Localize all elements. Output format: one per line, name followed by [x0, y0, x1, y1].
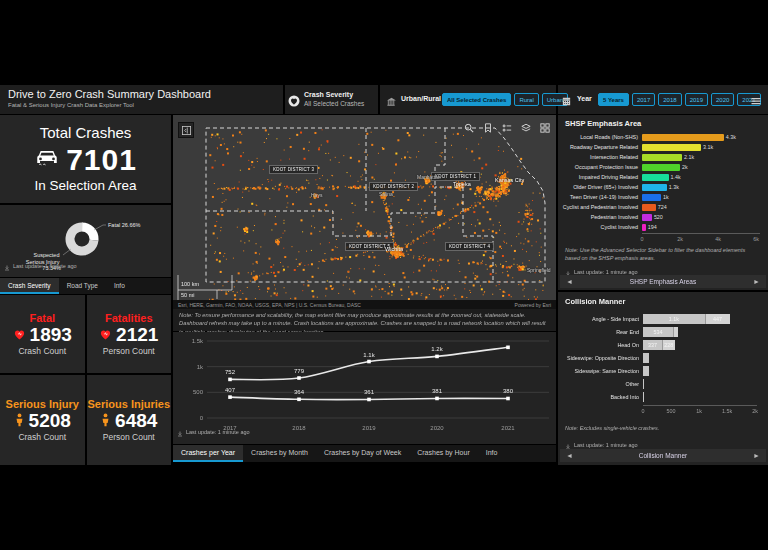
last-update-text: Last update: 1 minute ago [574, 442, 638, 448]
collision-bar-segment[interactable]: 534 [643, 327, 673, 337]
carousel-next-icon[interactable]: ► [753, 452, 760, 459]
shsp-bar-impaired-driving-related[interactable] [642, 174, 669, 181]
map-container: 100 km 50 mi KDOT DISTRICT 3KDOT DISTRIC… [173, 115, 556, 300]
collision-category-label: Sideswipe: Opposite Direction [561, 355, 643, 361]
tab-info[interactable]: Info [478, 445, 506, 462]
collision-bar-segment[interactable]: 337 [643, 340, 662, 350]
collision-category-label: Sideswipe: Same Direction [561, 368, 643, 374]
district-label-kdot-district-2: KDOT DISTRICT 2 [369, 182, 418, 191]
shsp-bar-local-roads-non-shs[interactable] [642, 134, 724, 141]
shsp-chart: Local Roads (Non-SHS)4.3kRoadway Departu… [561, 132, 765, 232]
collision-axis-tick: 1k [696, 408, 702, 414]
kpi-caption: Person Count [103, 346, 155, 356]
crashes-per-year-panel: 05001k1.5k201720182019202020217527791.1k… [173, 332, 556, 444]
header-bar: Drive to Zero Crash Summary Dashboard Fa… [0, 85, 768, 114]
carousel-prev-icon[interactable]: ◄ [566, 452, 573, 459]
crash-severity-donut-panel: Fatal 26.66% Suspected Serious Injury 73… [0, 205, 171, 277]
collapse-panel-button[interactable] [178, 122, 194, 138]
shsp-panel: SHSP Emphasis Area Local Roads (Non-SHS)… [558, 115, 768, 290]
shsp-bar-teen-driver-14-19-involved[interactable] [642, 194, 661, 201]
carousel-title: SHSP Emphasis Areas [630, 278, 696, 285]
shsp-bar-cyclist-and-pedestrian-involved[interactable] [642, 204, 656, 211]
svg-text:380: 380 [503, 388, 514, 394]
shsp-value-label: 2.1k [684, 154, 694, 160]
carousel-next-icon[interactable]: ► [753, 278, 760, 285]
svg-text:0: 0 [200, 415, 204, 421]
last-update-text: Last update: 1 minute ago [13, 263, 77, 269]
collision-bar-segment[interactable]: 1.1k [643, 314, 705, 324]
svg-text:2021: 2021 [501, 425, 515, 431]
kpi-title: Serious Injury [6, 398, 79, 410]
tab-crashes-per-year[interactable]: Crashes per Year [173, 445, 243, 462]
carousel-prev-icon[interactable]: ◄ [566, 278, 573, 285]
kpi-fatalities: Fatalities2121Person Count [87, 295, 172, 373]
page-subtitle: Fatal & Serious Injury Crash Data Explor… [8, 102, 134, 108]
crash-severity-value: All Selected Crashes [304, 100, 364, 107]
collision-bar-segment[interactable] [673, 327, 678, 337]
shsp-category-label: Pedestrian Involved [561, 214, 642, 220]
collision-bar-segment[interactable] [643, 392, 644, 402]
person-icon [14, 410, 25, 432]
collision-chart: Angle - Side Impact1.1k447Rear End534Hea… [561, 312, 765, 403]
year-option-5-years[interactable]: 5 Years [598, 93, 629, 106]
crashes-per-year-chart[interactable]: 05001k1.5k201720182019202020217527791.1k… [173, 332, 556, 432]
attribution-text: Esri, HERE, Garmin, FAO, NOAA, USGS, EPA… [178, 302, 361, 308]
tab-info[interactable]: Info [106, 278, 133, 294]
city-label-topeka: Topeka [453, 181, 471, 187]
urban-rural-option-rural[interactable]: Rural [514, 93, 538, 106]
kpi-value: 2121 [99, 324, 158, 346]
shsp-bar-pedestrian-involved[interactable] [642, 214, 652, 221]
layers-icon[interactable] [520, 122, 532, 134]
shsp-bar-older-driver-65-involved[interactable] [642, 184, 667, 191]
svg-text:2018: 2018 [292, 425, 306, 431]
kpi-grid: Fatal1893Crash CountFatalities2121Person… [0, 295, 171, 465]
search-icon[interactable] [463, 122, 475, 134]
kpi-title: Fatal [29, 312, 55, 324]
map-toolbar [463, 122, 551, 134]
collision-bar-segment[interactable] [643, 353, 649, 363]
shsp-bar-roadway-departure-related[interactable] [642, 144, 701, 151]
collision-carousel: ◄ Collision Manner ► [560, 449, 766, 462]
city-label-wichita: Wichita [385, 246, 403, 252]
legend-icon[interactable] [501, 122, 513, 134]
collision-category-label: Angle - Side Impact [561, 316, 643, 322]
last-update-text: Last update: 1 minute ago [186, 429, 250, 435]
bookmark-icon[interactable] [482, 122, 494, 134]
shsp-axis-tick: 2k [677, 236, 683, 242]
shsp-category-label: Cyclist Involved [561, 224, 642, 230]
urban-rural-option-all-selected-crashes[interactable]: All Selected Crashes [442, 93, 511, 106]
tab-crashes-by-hour[interactable]: Crashes by Hour [409, 445, 478, 462]
donut-fatal-label: Fatal 26.66% [108, 222, 141, 228]
collision-x-axis: 05001k1.5k2k [643, 405, 757, 416]
tab-crashes-by-day-of-week[interactable]: Crashes by Day of Week [316, 445, 409, 462]
shsp-value-label: 194 [648, 224, 657, 230]
tab-road-type[interactable]: Road Type [59, 278, 106, 294]
shsp-bar-intersection-related[interactable] [642, 154, 682, 161]
basemap-icon[interactable] [539, 122, 551, 134]
collision-bar-segment[interactable]: 447 [705, 314, 730, 324]
year-option-2018[interactable]: 2018 [658, 93, 681, 106]
svg-text:361: 361 [364, 389, 375, 395]
collision-bar-segment[interactable] [643, 379, 644, 389]
svg-text:1.1k: 1.1k [363, 352, 375, 358]
tab-crashes-by-month[interactable]: Crashes by Month [243, 445, 316, 462]
shsp-axis-tick: 4k [715, 236, 721, 242]
year-buttons: 5 Years20172018201920202021 [598, 93, 761, 106]
city-label-salina: Salina [379, 191, 393, 197]
shsp-x-axis: 02k4k6k [642, 233, 760, 244]
year-option-2019[interactable]: 2019 [685, 93, 708, 106]
year-option-2020[interactable]: 2020 [711, 93, 734, 106]
shsp-bar-cyclist-involved[interactable] [642, 224, 646, 231]
shsp-bar-occupant-protection-issue[interactable] [642, 164, 680, 171]
total-crashes-caption: In Selection Area [0, 178, 171, 193]
svg-text:364: 364 [294, 389, 305, 395]
collision-category-label: Other [561, 381, 643, 387]
city-label-springfield: Springfield [527, 267, 551, 273]
city-label-hays: Hays [311, 192, 322, 198]
tab-crash-severity[interactable]: Crash Severity [0, 278, 59, 294]
menu-icon[interactable] [750, 93, 762, 111]
year-option-2017[interactable]: 2017 [632, 93, 655, 106]
collision-bar-segment[interactable]: 228 [662, 340, 675, 350]
total-crashes-panel: Total Crashes 7101 In Selection Area [0, 115, 171, 203]
collision-bar-segment[interactable] [643, 366, 649, 376]
